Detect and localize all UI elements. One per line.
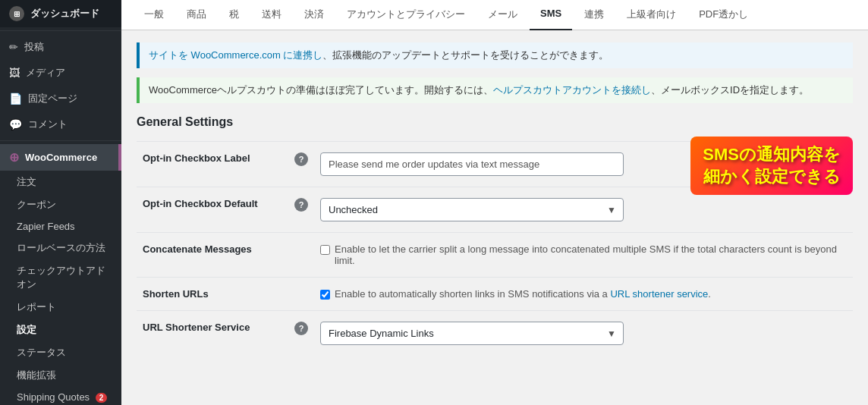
opt-in-default-select[interactable]: Unchecked Checked	[320, 198, 624, 221]
woocommerce-menu-item[interactable]: ⊕ WooCommerce	[0, 144, 121, 171]
sidebar-item-media[interactable]: 🖼 メディア	[0, 60, 121, 86]
sidebar-item-pages[interactable]: 📄 固定ページ	[0, 86, 121, 111]
label-concatenate: Concatenate Messages	[137, 233, 288, 278]
value-shorten-urls: Enable to automatically shorten links in…	[314, 278, 853, 311]
shorten-urls-label: Enable to automatically shorten links in…	[335, 288, 711, 300]
label-url-shortener: URL Shortener Service	[137, 311, 288, 356]
media-icon: 🖼	[9, 67, 20, 79]
sidebar: ⊞ ダッシュボード ✏ 投稿 🖼 メディア 📄 固定ページ 💬 コメント ⊕ W…	[0, 0, 121, 405]
woo-icon: ⊕	[9, 150, 19, 165]
url-shortener-select-wrap: Firebase Dynamic Links Bitly ▼	[320, 322, 624, 345]
sidebar-item-status[interactable]: ステータス	[0, 341, 121, 364]
value-opt-in-default: Unchecked Checked ▼	[314, 187, 853, 233]
comments-icon: 💬	[9, 118, 22, 130]
dashboard-label: ダッシュボード	[30, 7, 99, 20]
value-concatenate: Enable to let the carrier split a long m…	[314, 233, 853, 278]
label-shorten-urls: Shorten URLs	[137, 278, 288, 311]
woocommerce-label: WooCommerce	[25, 152, 97, 163]
opt-in-label-input[interactable]	[320, 152, 624, 176]
sidebar-item-orders[interactable]: 注文	[0, 171, 121, 193]
dashboard-item[interactable]: ⊞ ダッシュボード	[0, 0, 121, 27]
sidebar-item-extensions[interactable]: 機能拡張	[0, 364, 121, 387]
sidebar-item-settings[interactable]: 設定	[0, 319, 121, 341]
tab-payment[interactable]: 決済	[294, 0, 335, 30]
sidebar-nav: ✏ 投稿 🖼 メディア 📄 固定ページ 💬 コメント	[0, 30, 121, 137]
opt-in-default-select-wrap: Unchecked Checked ▼	[320, 198, 624, 221]
row-opt-in-default: Opt-in Checkbox Default ? Unchecked Chec…	[137, 187, 853, 233]
sidebar-item-shipping-quotes[interactable]: Shipping Quotes 2	[0, 387, 121, 405]
settings-table: Opt-in Checkbox Label ? Opt-in Checkbox …	[137, 141, 853, 356]
settings-tabs: 一般 商品 税 送料 決済 アカウントとプライバシー メール SMS 連携 上級…	[121, 0, 868, 30]
value-opt-in	[314, 142, 853, 187]
tab-general[interactable]: 一般	[134, 0, 175, 30]
main-content: 一般 商品 税 送料 決済 アカウントとプライバシー メール SMS 連携 上級…	[121, 0, 868, 405]
concatenate-checkbox-wrap: Enable to let the carrier split a long m…	[320, 243, 847, 266]
shipping-quotes-badge: 2	[96, 393, 108, 403]
label-opt-in-default: Opt-in Checkbox Default	[137, 187, 288, 233]
value-url-shortener: Firebase Dynamic Links Bitly ▼	[314, 311, 853, 356]
row-url-shortener: URL Shortener Service ? Firebase Dynamic…	[137, 311, 853, 356]
notice-helpscout-link[interactable]: ヘルプスカウトアカウントを接続し	[493, 84, 651, 96]
pages-label: 固定ページ	[28, 92, 77, 105]
concatenate-label: Enable to let the carrier split a long m…	[335, 243, 847, 266]
help-opt-in: ?	[288, 142, 314, 187]
help-icon-opt-in[interactable]: ?	[294, 152, 308, 166]
tab-account-privacy[interactable]: アカウントとプライバシー	[336, 0, 476, 30]
tab-email[interactable]: メール	[477, 0, 528, 30]
sidebar-item-zapier[interactable]: Zapier Feeds	[0, 216, 121, 237]
section-title: General Settings	[137, 115, 853, 129]
help-url-shortener: ?	[288, 311, 314, 356]
tab-products[interactable]: 商品	[176, 0, 217, 30]
row-opt-in-label: Opt-in Checkbox Label ?	[137, 142, 853, 187]
row-concatenate: Concatenate Messages Enable to let the c…	[137, 233, 853, 278]
posts-icon: ✏	[9, 41, 18, 53]
url-shortener-link[interactable]: URL shortener service	[610, 288, 708, 300]
posts-label: 投稿	[24, 40, 44, 54]
tab-integration[interactable]: 連携	[574, 0, 615, 30]
url-shortener-select[interactable]: Firebase Dynamic Links Bitly	[320, 322, 624, 345]
shorten-urls-checkbox-wrap: Enable to automatically shorten links in…	[320, 288, 847, 300]
tab-shipping[interactable]: 送料	[251, 0, 292, 30]
media-label: メディア	[26, 66, 65, 80]
content-area: サイトを WooCommerce.com に連携し、拡張機能のアップデートとサポ…	[121, 30, 868, 405]
notice-helpscout: WooCommerceヘルプスカウトの準備はほぼ完了しています。開始するには、ヘ…	[137, 77, 853, 103]
row-shorten-urls: Shorten URLs Enable to automatically sho…	[137, 278, 853, 311]
tab-tax[interactable]: 税	[219, 0, 250, 30]
label-opt-in: Opt-in Checkbox Label	[137, 142, 288, 187]
notice-connect-link[interactable]: サイトを WooCommerce.com に連携し	[149, 49, 322, 61]
tab-sms[interactable]: SMS	[530, 0, 572, 30]
sidebar-item-comments[interactable]: 💬 コメント	[0, 111, 121, 137]
dashboard-icon: ⊞	[9, 6, 24, 21]
shorten-urls-checkbox[interactable]	[320, 290, 330, 300]
sidebar-item-rolebased[interactable]: ロールベースの方法	[0, 237, 121, 259]
sidebar-item-reports[interactable]: レポート	[0, 296, 121, 319]
sidebar-item-coupons[interactable]: クーポン	[0, 193, 121, 216]
help-icon-opt-in-default[interactable]: ?	[294, 198, 308, 212]
tab-pdf-watermark[interactable]: PDF透かし	[688, 0, 759, 30]
concatenate-checkbox[interactable]	[320, 245, 330, 255]
sidebar-item-posts[interactable]: ✏ 投稿	[0, 34, 121, 60]
help-shorten-urls	[288, 278, 314, 311]
help-concatenate	[288, 233, 314, 278]
pages-icon: 📄	[9, 93, 22, 105]
woocommerce-section: ⊕ WooCommerce 注文 クーポン Zapier Feeds ロールベー…	[0, 140, 121, 405]
help-icon-url-shortener[interactable]: ?	[294, 322, 308, 335]
comments-label: コメント	[28, 118, 68, 131]
sidebar-item-checkout-addon[interactable]: チェックアウトアドオン	[0, 259, 121, 296]
help-opt-in-default: ?	[288, 187, 314, 233]
notice-connect: サイトを WooCommerce.com に連携し、拡張機能のアップデートとサポ…	[137, 42, 853, 68]
tab-advanced[interactable]: 上級者向け	[616, 0, 687, 30]
